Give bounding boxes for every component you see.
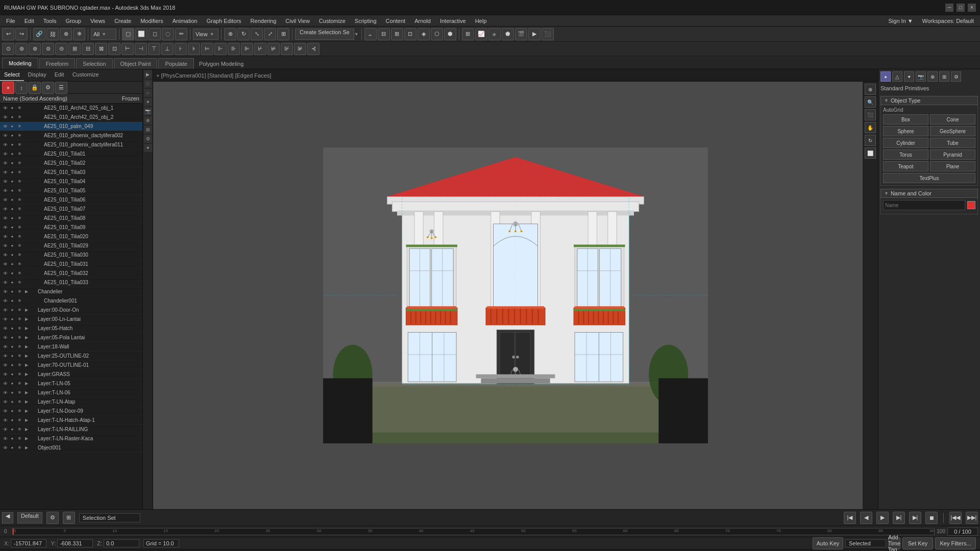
list-item[interactable]: 👁●❄▶Layer:T-LN-Atap — [0, 397, 142, 407]
folder-icon[interactable]: ▶ — [23, 371, 30, 378]
render-icon[interactable]: ● — [9, 114, 15, 120]
rp-spacewarps-icon[interactable]: ⊞ — [939, 71, 949, 82]
visibility-icon[interactable]: 👁 — [2, 445, 8, 451]
visibility-icon[interactable]: 👁 — [2, 353, 8, 359]
list-item[interactable]: 👁●❄▶Layer:T-LN-05 — [0, 379, 142, 388]
default-label-btn[interactable]: Default — [17, 512, 42, 523]
freeze-icon[interactable]: ❄ — [16, 436, 22, 442]
rp-shapes-icon[interactable]: △ — [892, 71, 902, 82]
list-item[interactable]: 👁●❄▶Layer:T-LN-Door-09 — [0, 407, 142, 416]
sort-btn[interactable]: ↕ — [15, 82, 28, 94]
render-icon[interactable]: ● — [9, 123, 15, 130]
list-item[interactable]: 👁●❄AE25_010_Tilia01 — [0, 149, 142, 159]
lock-btn[interactable]: 🔒 — [29, 82, 41, 94]
visibility-icon[interactable]: 👁 — [2, 325, 8, 332]
freeze-icon[interactable]: ❄ — [16, 298, 22, 304]
ls-camera-icon[interactable]: 📷 — [144, 107, 152, 115]
sphere-btn[interactable]: Sphere — [883, 126, 928, 136]
visibility-icon[interactable]: 👁 — [2, 390, 8, 396]
menu-content[interactable]: Content — [382, 17, 410, 25]
ls-space-icon[interactable]: ⊞ — [144, 126, 152, 134]
move-btn[interactable]: ⊕ — [224, 28, 236, 40]
render-icon[interactable]: ● — [9, 243, 15, 249]
render-icon[interactable]: ● — [9, 234, 15, 240]
unfreeze-btn[interactable]: ❄ — [73, 28, 85, 40]
panel-tab-edit[interactable]: Edit — [51, 69, 68, 81]
visibility-icon[interactable]: 👁 — [2, 298, 8, 304]
render-icon[interactable]: ● — [9, 160, 15, 166]
view-dropdown[interactable]: View ▼ — [193, 29, 218, 40]
scene-list[interactable]: 👁●❄AE25_010_Arch42_025_obj_1👁●❄AE25_010_… — [0, 104, 142, 509]
redo-btn[interactable]: ↪ — [15, 28, 28, 40]
visibility-icon[interactable]: 👁 — [2, 307, 8, 313]
visibility-icon[interactable]: 👁 — [2, 151, 8, 157]
maximize-btn[interactable]: □ — [957, 4, 965, 12]
key-filters-btn[interactable]: Key Filters... — [935, 537, 976, 549]
ls-box-icon[interactable]: □ — [144, 80, 152, 88]
list-item[interactable]: 👁●❄▶Layer:T-LN-Raster-Kaca — [0, 434, 142, 443]
render-icon[interactable]: ● — [9, 381, 15, 387]
render-icon[interactable]: ● — [9, 371, 15, 378]
render-icon[interactable]: ● — [9, 179, 15, 185]
freeze-icon[interactable]: ❄ — [16, 169, 22, 176]
render-icon[interactable]: ● — [9, 399, 15, 405]
folder-icon[interactable]: ▶ — [23, 417, 30, 423]
list-item[interactable]: 👁●❄▶Object001 — [0, 443, 142, 453]
visibility-icon[interactable]: 👁 — [2, 215, 8, 221]
ls-sphere-icon[interactable]: ○ — [144, 89, 152, 97]
unlink-btn[interactable]: ⛓ — [46, 28, 59, 40]
sub-tool-13[interactable]: ⊥ — [161, 43, 174, 55]
tab-modeling[interactable]: Modeling — [2, 58, 38, 69]
sub-tool-19[interactable]: ⊫ — [241, 43, 253, 55]
list-item[interactable]: 👁●❄AE25_010_Tilia06 — [0, 195, 142, 205]
list-item[interactable]: 👁●❄AE25_010_Arch42_025_obj_2 — [0, 113, 142, 122]
render-icon[interactable]: ● — [9, 289, 15, 295]
selection-set-input[interactable]: Selection Set — [79, 513, 140, 522]
stop-btn[interactable]: ⏹ — [925, 512, 938, 524]
sub-tool-20[interactable]: ⊬ — [254, 43, 266, 55]
menu-edit[interactable]: Edit — [20, 17, 38, 25]
vp-orbit-btn[interactable]: ↻ — [865, 135, 876, 146]
sub-tool-14[interactable]: ⊦ — [175, 43, 187, 55]
freeze-icon[interactable]: ❄ — [16, 371, 22, 378]
visibility-icon[interactable]: 👁 — [2, 169, 8, 176]
visibility-icon[interactable]: 👁 — [2, 224, 8, 231]
align-view-btn[interactable]: ⬢ — [444, 28, 456, 40]
render-icon[interactable]: ● — [9, 133, 15, 139]
name-color-header[interactable]: ▼ Name and Color — [880, 189, 978, 198]
ls-system-icon[interactable]: ⚙ — [144, 135, 152, 143]
visibility-icon[interactable]: 👁 — [2, 280, 8, 286]
filter-scene-btn[interactable]: ☰ — [55, 82, 67, 94]
next-key-btn[interactable]: ▶| — [909, 512, 921, 524]
menu-interactive[interactable]: Interactive — [436, 17, 470, 25]
vp-zoom-extents-btn[interactable]: ⊕ — [865, 84, 876, 95]
freeze-icon[interactable]: ❄ — [16, 243, 22, 249]
freeze-icon[interactable]: ❄ — [16, 408, 22, 414]
vp-zoom-btn[interactable]: 🔍 — [865, 96, 876, 108]
freeze-icon[interactable]: ❄ — [16, 427, 22, 433]
render-icon[interactable]: ● — [9, 307, 15, 313]
mirror-btn[interactable]: ⫠ — [364, 28, 377, 40]
schematic-view-btn[interactable]: ⎆ — [488, 28, 501, 40]
visibility-icon[interactable]: 👁 — [2, 105, 8, 111]
freeze-icon[interactable]: ❄ — [16, 289, 22, 295]
object-name-input[interactable] — [883, 200, 965, 210]
visibility-icon[interactable]: 👁 — [2, 160, 8, 166]
menu-rendering[interactable]: Rendering — [247, 17, 281, 25]
tab-object-paint[interactable]: Object Paint — [114, 58, 158, 69]
freeze-icon[interactable]: ❄ — [16, 197, 22, 203]
rp-helpers-icon[interactable]: ⊕ — [927, 71, 938, 82]
align-camera-btn[interactable]: ⬡ — [431, 28, 443, 40]
list-item[interactable]: 👁●❄AE25_010_Tilia08 — [0, 214, 142, 223]
visibility-icon[interactable]: 👁 — [2, 436, 8, 442]
cylinder-btn[interactable]: Cylinder — [883, 138, 928, 148]
freeze-icon[interactable]: ❄ — [16, 151, 22, 157]
tab-selection[interactable]: Selection — [76, 58, 112, 69]
list-item[interactable]: 👁●❄AE25_010_Tilia029 — [0, 241, 142, 251]
visibility-icon[interactable]: 👁 — [2, 427, 8, 433]
list-item[interactable]: 👁●❄▶Layer:00-Ln-Lantai — [0, 315, 142, 324]
folder-icon[interactable]: ▶ — [23, 427, 30, 433]
list-item[interactable]: 👁●❄▶Layer:05-Pola Lantai — [0, 333, 142, 342]
visibility-icon[interactable]: 👁 — [2, 316, 8, 322]
visibility-icon[interactable]: 👁 — [2, 114, 8, 120]
